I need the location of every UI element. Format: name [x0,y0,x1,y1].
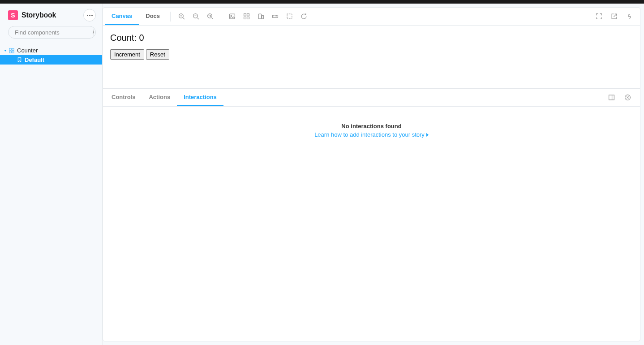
empty-state-link[interactable]: Learn how to add interactions to your st… [314,131,429,138]
zoom-in-icon [178,13,185,20]
zoom-in-button[interactable] [174,9,189,24]
zoom-reset-button[interactable] [203,9,217,24]
caret-down-icon [4,50,7,52]
fullscreen-icon [596,13,602,20]
sidebar-item-default[interactable]: Default [0,55,102,65]
search-input-wrap[interactable]: / [8,26,96,39]
svg-rect-27 [287,14,292,19]
panel-orientation-icon [608,94,615,101]
sidebar-item-label: Counter [17,47,38,54]
external-link-icon [611,13,618,20]
tab-canvas[interactable]: Canvas [105,8,139,25]
measure-button[interactable] [268,9,282,24]
component-icon [9,48,14,53]
canvas-toolbar: Canvas Docs [103,8,640,26]
svg-rect-17 [244,14,246,16]
svg-line-11 [197,18,198,19]
open-new-tab-button[interactable] [607,9,621,24]
sidebar-menu-button[interactable] [83,9,96,22]
chevron-right-icon [426,133,429,137]
svg-line-7 [183,18,184,19]
viewport-button[interactable] [253,9,268,24]
outline-button[interactable] [282,9,296,24]
zoom-reset-icon [207,13,214,20]
zoom-out-icon [193,13,199,20]
svg-rect-28 [609,95,614,100]
svg-line-14 [211,18,213,19]
panel-orientation-button[interactable] [604,91,618,105]
svg-rect-2 [9,48,11,50]
link-icon [626,13,633,20]
outline-icon [286,13,293,20]
grid-button[interactable] [239,9,253,24]
tab-controls[interactable]: Controls [105,89,142,106]
logo[interactable]: S Storybook [8,10,56,20]
ruler-icon [272,13,279,20]
svg-point-13 [207,14,212,18]
refresh-button[interactable] [296,9,311,24]
empty-state-link-text: Learn how to add interactions to your st… [314,131,425,138]
svg-rect-18 [247,14,249,16]
panel-close-button[interactable] [620,91,635,105]
count-display: Count: 0 [110,33,633,43]
viewport-icon [258,13,264,20]
grid-icon [243,13,250,20]
svg-rect-19 [244,17,246,19]
addon-panel: Controls Actions Interactions No interac… [103,88,640,341]
tab-docs[interactable]: Docs [139,8,167,25]
divider [170,12,171,22]
svg-rect-21 [258,14,261,19]
bookmark-icon [17,57,22,62]
close-circle-icon [624,94,631,101]
svg-rect-22 [262,15,263,19]
image-icon [229,13,236,20]
svg-rect-5 [12,51,14,52]
ellipsis-icon [87,15,93,16]
zoom-out-button[interactable] [189,9,203,24]
logo-badge-icon: S [8,10,18,20]
search-input[interactable] [15,29,90,36]
reset-button[interactable]: Reset [146,49,169,60]
sidebar-item-counter[interactable]: Counter [0,46,102,55]
divider [221,12,221,22]
story-preview: Count: 0 Increment Reset [103,26,640,67]
search-shortcut-hint: / [93,29,94,36]
sidebar-item-label: Default [25,56,44,63]
refresh-icon [301,13,307,20]
svg-rect-15 [229,14,235,19]
window-topbar [0,0,644,4]
background-button[interactable] [225,9,239,24]
logo-text: Storybook [21,11,56,19]
fullscreen-button[interactable] [592,9,606,24]
svg-rect-3 [12,48,14,50]
copy-link-button[interactable] [622,9,636,24]
tab-interactions[interactable]: Interactions [177,89,223,106]
increment-button[interactable]: Increment [110,49,144,60]
sidebar: S Storybook / Counter [0,4,103,345]
empty-state-title: No interactions found [341,123,401,129]
svg-rect-4 [9,51,11,52]
svg-rect-20 [247,17,249,19]
tab-actions[interactable]: Actions [142,89,177,106]
